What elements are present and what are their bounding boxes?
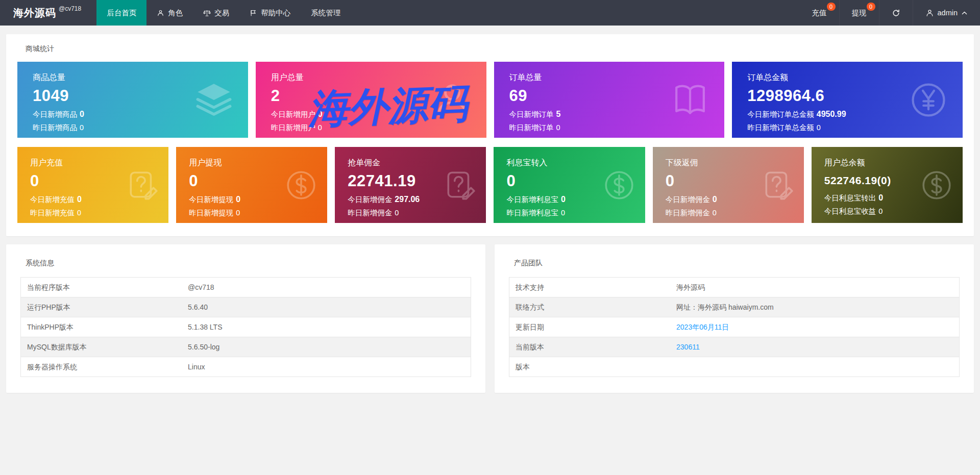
table-row: 运行PHP版本5.6.40 bbox=[21, 297, 471, 317]
row-value: 2023年06月11日 bbox=[670, 317, 959, 337]
row-value-link[interactable]: 2023年06月11日 bbox=[676, 323, 729, 331]
tab-help-center-label: 帮助中心 bbox=[261, 8, 290, 18]
stat-card-label: 用户提现 bbox=[189, 158, 318, 168]
stat-card-label: 用户充值 bbox=[30, 158, 159, 168]
person-icon bbox=[157, 9, 164, 17]
row-value: 5.1.38 LTS bbox=[182, 317, 471, 337]
system-info-table: 当前程序版本@cv718运行PHP版本5.6.40ThinkPHP版本5.1.3… bbox=[20, 277, 471, 377]
dollar-circle-icon bbox=[920, 168, 953, 202]
table-row: 当前程序版本@cv718 bbox=[21, 278, 471, 297]
table-row: ThinkPHP版本5.1.38 LTS bbox=[21, 317, 471, 337]
stat-card-label: 抢单佣金 bbox=[348, 158, 477, 168]
table-row: 技术支持海外源码 bbox=[509, 278, 960, 297]
stat-card-label: 下级返佣 bbox=[666, 158, 795, 168]
row-value: 网址：海外源码 haiwaiym.com bbox=[670, 297, 959, 317]
product-team-title: 产品团队 bbox=[514, 259, 960, 268]
row-label: 更新日期 bbox=[509, 317, 671, 337]
withdraw-label: 提现 bbox=[852, 8, 867, 18]
scales-icon bbox=[203, 9, 211, 17]
tab-help-center[interactable]: 帮助中心 bbox=[239, 0, 301, 26]
brand-version: @cv718 bbox=[59, 5, 81, 12]
stat-card-yesterday-line: 今日利息宝收益0 bbox=[824, 207, 953, 216]
tab-system-settings-label: 系统管理 bbox=[311, 8, 340, 18]
row-label: 当前程序版本 bbox=[21, 278, 182, 297]
row-value: Linux bbox=[182, 357, 471, 377]
stat-card-label: 用户总余额 bbox=[824, 158, 953, 168]
refresh-icon bbox=[892, 9, 900, 17]
product-team-table: 技术支持海外源码联络方式网址：海外源码 haiwaiym.com更新日期2023… bbox=[509, 277, 960, 377]
stat-card-yesterday-line: 昨日新增订单0 bbox=[509, 123, 716, 133]
stat-card: 抢单佣金22741.19今日新增佣金297.06昨日新增佣金0 bbox=[335, 147, 486, 223]
tab-dashboard[interactable]: 后台首页 bbox=[96, 0, 146, 26]
refresh-button[interactable] bbox=[879, 0, 913, 26]
stat-card: 订单总金额1298964.6今日新增订单总金额4950.99昨日新增订单总金额0 bbox=[732, 62, 963, 138]
stats-row-1: 商品总量1049今日新增商品0昨日新增商品0用户总量2今日新增用户0昨日新增用户… bbox=[17, 62, 963, 138]
stat-card: 利息宝转入0今日新增利息宝0昨日新增利息宝0 bbox=[494, 147, 645, 223]
user-menu[interactable]: admin bbox=[913, 0, 980, 26]
row-value: 230611 bbox=[670, 337, 959, 357]
yen-circle-icon bbox=[909, 80, 948, 120]
withdraw-button[interactable]: 提现 0 bbox=[839, 0, 879, 26]
stat-card-yesterday-line: 昨日新增佣金0 bbox=[666, 208, 795, 218]
system-info-title: 系统信息 bbox=[26, 259, 471, 268]
table-row: 更新日期2023年06月11日 bbox=[509, 317, 960, 337]
withdraw-badge: 0 bbox=[867, 3, 875, 11]
stat-card: 下级返佣0今日新增佣金0昨日新增佣金0 bbox=[653, 147, 804, 223]
table-row: 版本 bbox=[509, 357, 960, 377]
user-icon bbox=[925, 9, 934, 17]
main-content: 商城统计 商品总量1049今日新增商品0昨日新增商品0用户总量2今日新增用户0昨… bbox=[0, 26, 980, 393]
row-label: 联络方式 bbox=[509, 297, 671, 317]
stat-card: 用户总量2今日新增用户0昨日新增用户0 bbox=[256, 62, 486, 138]
stats-row-2: 用户充值0今日新增充值0昨日新增充值0用户提现0今日新增提现0昨日新增提现0抢单… bbox=[17, 147, 963, 223]
row-label: 技术支持 bbox=[509, 278, 671, 297]
brand[interactable]: 海外源码 @cv718 bbox=[0, 0, 96, 26]
brand-title: 海外源码 bbox=[13, 6, 56, 20]
stat-card-yesterday-line: 昨日新增订单总金额0 bbox=[747, 123, 953, 133]
stat-card-yesterday-line: 昨日新增用户0 bbox=[271, 123, 477, 133]
system-info-panel: 系统信息 当前程序版本@cv718运行PHP版本5.6.40ThinkPHP版本… bbox=[6, 244, 485, 393]
book-icon bbox=[670, 80, 710, 120]
flag-icon bbox=[250, 9, 257, 17]
username: admin bbox=[938, 9, 958, 17]
row-value-link[interactable]: 230611 bbox=[676, 343, 700, 351]
main-menu: 后台首页 角色 交易 帮助中心 系统管理 bbox=[96, 0, 351, 26]
tab-system-settings[interactable]: 系统管理 bbox=[301, 0, 351, 26]
bottom-panels: 系统信息 当前程序版本@cv718运行PHP版本5.6.40ThinkPHP版本… bbox=[6, 244, 974, 393]
row-value: 5.6.40 bbox=[182, 297, 471, 317]
file-question-icon bbox=[761, 168, 795, 202]
tab-trade[interactable]: 交易 bbox=[193, 0, 239, 26]
stat-card-label: 利息宝转入 bbox=[506, 158, 635, 168]
recharge-label: 充值 bbox=[812, 8, 827, 18]
tab-trade-label: 交易 bbox=[214, 8, 229, 18]
stat-card-yesterday-line: 昨日新增利息宝0 bbox=[506, 208, 635, 218]
row-label: MySQL数据库版本 bbox=[21, 337, 182, 357]
stat-card: 商品总量1049今日新增商品0昨日新增商品0 bbox=[17, 62, 248, 138]
row-value: @cv718 bbox=[182, 278, 471, 297]
stat-card: 用户提现0今日新增提现0昨日新增提现0 bbox=[176, 147, 327, 223]
stat-card-yesterday-line: 昨日新增佣金0 bbox=[348, 208, 477, 218]
stat-card-yesterday-line: 昨日新增商品0 bbox=[33, 123, 239, 133]
top-navbar: 海外源码 @cv718 后台首页 角色 交易 帮助中心 系统管理 充值 0 提现… bbox=[0, 0, 980, 26]
recharge-badge: 0 bbox=[827, 3, 836, 11]
navbar-right: 充值 0 提现 0 admin bbox=[800, 0, 980, 26]
stat-card-yesterday-line: 昨日新增充值0 bbox=[30, 208, 159, 218]
stat-card: 订单总量69今日新增订单5昨日新增订单0 bbox=[494, 62, 725, 138]
row-label: 当前版本 bbox=[509, 337, 671, 357]
dollar-circle-icon bbox=[284, 168, 318, 202]
user-icon bbox=[432, 80, 472, 120]
layers-icon bbox=[194, 80, 234, 120]
recharge-button[interactable]: 充值 0 bbox=[800, 0, 839, 26]
row-label: 版本 bbox=[509, 357, 671, 377]
row-value: 5.6.50-log bbox=[182, 337, 471, 357]
row-label: 服务器操作系统 bbox=[21, 357, 182, 377]
row-label: ThinkPHP版本 bbox=[21, 317, 182, 337]
tab-dashboard-label: 后台首页 bbox=[107, 8, 136, 18]
file-question-icon bbox=[443, 168, 477, 202]
tab-roles[interactable]: 角色 bbox=[146, 0, 193, 26]
stat-card: 用户总余额522746.19(0)今日利息宝转出0今日利息宝收益0 bbox=[812, 147, 963, 223]
table-row: 当前版本230611 bbox=[509, 337, 960, 357]
product-team-panel: 产品团队 技术支持海外源码联络方式网址：海外源码 haiwaiym.com更新日… bbox=[495, 244, 974, 393]
mall-stats-title: 商城统计 bbox=[26, 44, 963, 54]
chevron-up-icon bbox=[961, 10, 968, 16]
mall-stats-panel: 商城统计 商品总量1049今日新增商品0昨日新增商品0用户总量2今日新增用户0昨… bbox=[6, 34, 974, 236]
